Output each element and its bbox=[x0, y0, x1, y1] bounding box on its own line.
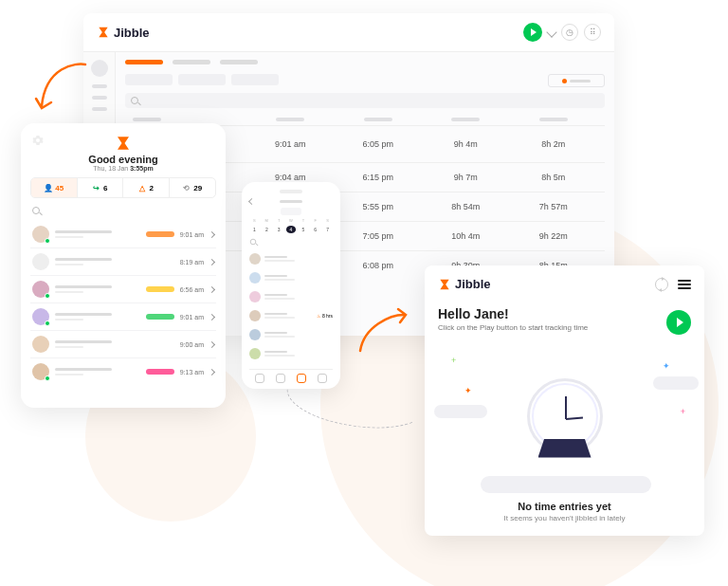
cell-out: 5:55 pm bbox=[335, 202, 423, 211]
tab-clock-icon[interactable] bbox=[276, 374, 285, 383]
apps-icon[interactable]: ⠿ bbox=[584, 24, 601, 41]
logo-text: Jibble bbox=[455, 277, 491, 291]
logo-text: Jibble bbox=[114, 26, 150, 40]
stat-break[interactable]: △ 2 bbox=[123, 178, 170, 197]
chevron-right-icon bbox=[209, 258, 215, 265]
tab-active[interactable] bbox=[125, 60, 163, 64]
chevron-right-icon bbox=[209, 313, 215, 320]
mini-window: Jibble Hello Jane! Click on the Play but… bbox=[425, 266, 704, 536]
avatar bbox=[32, 363, 49, 380]
calendar-day[interactable]: 7 bbox=[322, 226, 333, 233]
time-label: 9:00 am bbox=[180, 341, 204, 348]
play-button[interactable] bbox=[666, 310, 691, 335]
stat-in[interactable]: 👤 45 bbox=[31, 178, 78, 197]
avatar bbox=[32, 226, 49, 243]
filter-pill[interactable] bbox=[231, 74, 279, 85]
logo-mark-icon bbox=[97, 26, 110, 39]
cell-out: 6:15 pm bbox=[335, 173, 423, 182]
refresh-icon: ⟲ bbox=[182, 184, 191, 192]
search-input[interactable] bbox=[249, 237, 333, 247]
search-input[interactable] bbox=[125, 93, 605, 108]
gear-icon[interactable] bbox=[32, 133, 44, 144]
logout-icon: ↪ bbox=[92, 184, 100, 192]
calendar-day-selected[interactable]: 4 bbox=[286, 226, 297, 233]
menu-icon[interactable] bbox=[678, 280, 691, 289]
back-icon[interactable] bbox=[248, 198, 255, 205]
phone-notch bbox=[280, 190, 302, 193]
hello-heading: Hello Jane! bbox=[438, 306, 666, 321]
chevron-right-icon bbox=[209, 285, 215, 292]
stat-out[interactable]: ↪ 6 bbox=[78, 178, 124, 197]
list-item[interactable] bbox=[249, 325, 333, 344]
logo: Jibble bbox=[97, 26, 150, 40]
cell-tracked: 9h 4m bbox=[422, 139, 510, 149]
chevron-down-icon[interactable] bbox=[546, 27, 556, 37]
tab-people-icon[interactable] bbox=[297, 374, 306, 383]
avatar bbox=[32, 308, 49, 325]
list-item[interactable] bbox=[249, 344, 333, 363]
cell-worked: 9h 22m bbox=[510, 231, 598, 241]
empty-illustration: + ✦ ✦ + bbox=[425, 339, 704, 493]
cell-tracked: 10h 4m bbox=[422, 231, 510, 241]
search-icon bbox=[32, 207, 40, 214]
calendar-day[interactable]: 5 bbox=[298, 226, 308, 233]
list-item[interactable]: ♨8 hrs bbox=[249, 306, 333, 325]
calendar-day[interactable]: 6 bbox=[310, 226, 320, 233]
search-icon bbox=[250, 239, 256, 245]
tab[interactable] bbox=[220, 60, 258, 64]
status-badge bbox=[146, 314, 174, 320]
list-item[interactable] bbox=[249, 287, 333, 306]
sync-icon[interactable] bbox=[655, 278, 668, 291]
list-item[interactable]: 9:13 am bbox=[30, 358, 216, 385]
tab[interactable] bbox=[173, 60, 210, 64]
list-item[interactable] bbox=[249, 268, 333, 287]
calendar-day[interactable]: 3 bbox=[274, 226, 284, 233]
fire-icon: △ bbox=[138, 184, 147, 192]
cell-worked: 8h 2m bbox=[510, 139, 598, 149]
list-item[interactable]: 6:56 am bbox=[30, 276, 216, 303]
cell-worked: 7h 57m bbox=[510, 202, 598, 211]
search-input[interactable] bbox=[30, 204, 216, 217]
clock-icon[interactable]: ◷ bbox=[561, 24, 578, 41]
arrow-decorative-2 bbox=[351, 303, 417, 360]
calendar-week: S M T W T F S 1 2 3 4 5 6 7 bbox=[249, 218, 333, 233]
greeting: Good evening bbox=[30, 154, 216, 165]
logo-mark-icon bbox=[438, 278, 451, 291]
time-label: 6:56 am bbox=[180, 286, 204, 293]
cell-out: 6:08 pm bbox=[335, 261, 423, 270]
cell-in: 9:01 am bbox=[246, 139, 335, 149]
empty-title: No time entries yet bbox=[425, 501, 704, 512]
tab-row bbox=[125, 60, 605, 64]
filter-pill[interactable] bbox=[125, 74, 173, 85]
chevron-right-icon bbox=[209, 368, 215, 375]
cell-tracked: 9h 7m bbox=[422, 173, 510, 182]
play-button[interactable] bbox=[523, 23, 542, 42]
avatar bbox=[32, 253, 49, 270]
list-item[interactable] bbox=[249, 249, 333, 268]
tablet-window: Good evening Thu, 18 Jan 3:55pm 👤 45 ↪ 6… bbox=[21, 123, 226, 408]
cell-in: 9:04 am bbox=[246, 173, 335, 182]
time-label: 9:01 am bbox=[180, 314, 204, 320]
tab-shield-icon[interactable] bbox=[318, 374, 327, 383]
filter-pill[interactable] bbox=[178, 74, 226, 85]
fire-icon: ♨ bbox=[317, 313, 320, 319]
person-icon: 👤 bbox=[44, 184, 52, 192]
time-label: 8:19 am bbox=[180, 259, 204, 266]
desktop-header: Jibble ◷ ⠿ bbox=[83, 13, 614, 52]
hello-subtitle: Click on the Play button to start tracki… bbox=[438, 323, 666, 333]
month-badge[interactable] bbox=[281, 208, 301, 215]
calendar-day[interactable]: 2 bbox=[262, 226, 272, 233]
calendar-day[interactable]: 1 bbox=[249, 226, 260, 233]
list-item[interactable]: 9:01 am bbox=[30, 303, 216, 331]
list-item[interactable]: 9:01 am bbox=[30, 221, 216, 248]
list-item[interactable]: 8:19 am bbox=[30, 248, 216, 276]
stat-total[interactable]: ⟲ 29 bbox=[170, 178, 216, 197]
status-badge bbox=[146, 369, 174, 375]
list-item[interactable]: 9:00 am bbox=[30, 331, 216, 358]
cell-worked: 8h 5m bbox=[510, 173, 598, 182]
action-pill[interactable] bbox=[548, 74, 605, 87]
tab-home-icon[interactable] bbox=[255, 374, 264, 383]
phone-title-placeholder bbox=[280, 200, 302, 203]
stats-row: 👤 45 ↪ 6 △ 2 ⟲ 29 bbox=[30, 177, 216, 198]
time-label: 9:13 am bbox=[180, 369, 204, 375]
